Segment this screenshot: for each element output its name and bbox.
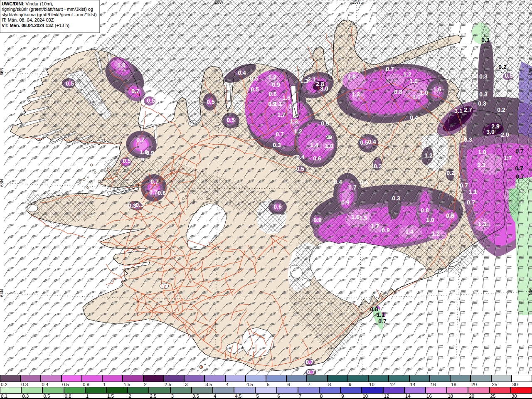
svg-text:0.9: 0.9 [146,150,154,156]
svg-text:0.6: 0.6 [273,203,282,210]
svg-text:1.3: 1.3 [352,91,360,98]
svg-text:0.4: 0.4 [368,138,376,145]
svg-text:1.3: 1.3 [478,221,486,227]
svg-text:0.5: 0.5 [147,97,155,104]
svg-text:3.0: 3.0 [486,128,495,135]
svg-text:1.1: 1.1 [274,101,282,107]
svg-text:1.8: 1.8 [347,73,356,80]
svg-text:64N: 64N [528,288,532,295]
svg-text:0.8: 0.8 [394,89,402,95]
svg-text:1.4: 1.4 [405,228,414,235]
svg-text:1.7: 1.7 [277,111,286,118]
svg-text:66N: 66N [528,68,532,75]
svg-text:0.9: 0.9 [341,199,350,206]
svg-text:0.7: 0.7 [348,184,357,191]
svg-text:0.9: 0.9 [313,217,322,223]
svg-text:1.0: 1.0 [117,62,126,69]
svg-text:3.1: 3.1 [454,108,463,114]
svg-text:1.2: 1.2 [431,230,440,237]
svg-text:1.6: 1.6 [433,86,441,93]
svg-text:0.6: 0.6 [316,369,324,375]
svg-text:0.7: 0.7 [386,66,394,72]
svg-text:1.6: 1.6 [351,214,360,220]
svg-text:slydda/snjókoma (grátt/bleikt/: slydda/snjókoma (grátt/bleikt/grænt - mm… [2,12,97,17]
svg-text:1.7: 1.7 [504,155,512,161]
svg-text:0.3: 0.3 [478,100,486,107]
svg-text:0.9: 0.9 [321,120,329,127]
svg-text:2.0: 2.0 [501,131,509,138]
svg-text:1.1: 1.1 [377,311,385,318]
svg-text:0.7: 0.7 [515,165,523,172]
svg-text:0.5: 0.5 [251,86,259,93]
svg-text:0.4: 0.4 [296,154,305,160]
svg-text:0.6: 0.6 [158,190,166,196]
svg-text:0.6: 0.6 [313,155,321,162]
svg-text:0.3: 0.3 [481,37,490,43]
svg-text:1.0: 1.0 [420,89,428,96]
svg-text:0.7: 0.7 [305,359,314,365]
svg-text:1.2: 1.2 [403,71,411,78]
svg-text:0.9: 0.9 [382,227,390,234]
svg-text:1.2: 1.2 [268,74,276,81]
svg-text:0.5: 0.5 [296,165,304,172]
svg-text:0.3: 0.3 [392,195,400,202]
svg-text:0.3: 0.3 [479,73,488,80]
svg-text:0.2: 0.2 [498,64,507,70]
svg-text:0.7: 0.7 [516,173,524,180]
svg-text:0.7: 0.7 [467,199,475,206]
svg-text:1.1: 1.1 [469,188,477,195]
svg-text:0.3: 0.3 [273,142,281,148]
svg-text:0.3: 0.3 [464,136,472,143]
svg-text:0.8: 0.8 [421,207,429,214]
svg-text:15W: 15W [352,0,361,5]
svg-text:0.3: 0.3 [135,202,144,208]
svg-text:0.7: 0.7 [136,136,145,143]
svg-text:1.8: 1.8 [289,103,297,110]
svg-text:0.5: 0.5 [123,158,131,164]
svg-text:1.7: 1.7 [371,223,379,229]
svg-text:0.5: 0.5 [207,99,215,105]
svg-text:0.9: 0.9 [272,81,280,88]
svg-text:0.7: 0.7 [149,189,158,196]
svg-text:0.2: 0.2 [497,106,505,113]
svg-text:0.7: 0.7 [150,178,159,185]
svg-text:UWC/DINI: Vindur (10m),: UWC/DINI: Vindur (10m), [2,1,53,6]
svg-text:0.6: 0.6 [268,91,277,97]
svg-text:1.3: 1.3 [477,162,485,168]
svg-text:0.7: 0.7 [460,182,468,189]
svg-text:0.5: 0.5 [66,80,74,87]
svg-text:64N: 64N [0,289,4,297]
svg-text:0.7: 0.7 [131,88,140,94]
svg-text:0.3: 0.3 [479,91,488,98]
svg-text:1.0: 1.0 [426,217,434,223]
svg-text:2.1: 2.1 [308,76,316,83]
svg-text:1.3: 1.3 [300,78,308,84]
svg-text:0.5: 0.5 [250,75,258,82]
svg-text:65N: 65N [0,179,4,187]
svg-text:1.4: 1.4 [310,142,318,148]
svg-text:0.5: 0.5 [360,139,368,146]
svg-text:VT: Mán. 08.04.2024 13Z (+13 h: VT: Mán. 08.04.2024 13Z (+13 h) [2,23,69,28]
svg-text:1.5: 1.5 [359,215,367,222]
svg-text:1.0: 1.0 [325,143,333,149]
svg-text:0.4: 0.4 [238,69,246,76]
svg-text:0.2: 0.2 [446,170,455,176]
svg-text:0.6: 0.6 [446,212,454,219]
svg-text:0.5: 0.5 [227,117,235,123]
svg-text:1.0: 1.0 [409,78,418,84]
svg-text:0.7: 0.7 [515,148,524,155]
svg-text:1.2: 1.2 [424,152,433,159]
svg-text:0.4: 0.4 [410,114,418,121]
svg-text:0.7: 0.7 [307,369,315,375]
svg-text:0.5: 0.5 [505,72,513,79]
svg-text:2.7: 2.7 [464,106,472,113]
svg-text:20W: 20W [215,0,224,5]
svg-text:1.1: 1.1 [412,94,421,101]
svg-text:1.2: 1.2 [294,128,302,135]
svg-text:0.6: 0.6 [360,179,368,186]
svg-text:0.3: 0.3 [128,202,136,209]
svg-text:IT: Mán. 08. 04. 2024 00Z: IT: Mán. 08. 04. 2024 00Z [2,17,54,22]
svg-text:rigning/skúrir (grænt/blátt/ra: rigning/skúrir (grænt/blátt/rautt - mm/1… [2,7,93,12]
svg-text:1.0: 1.0 [478,149,486,155]
svg-text:3.0: 3.0 [320,85,328,92]
